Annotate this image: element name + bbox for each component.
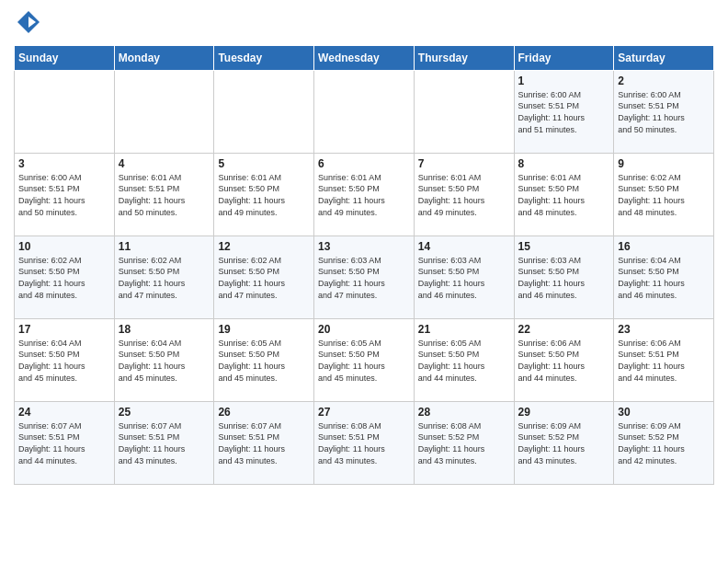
calendar-cell [414, 70, 514, 153]
day-info: Sunrise: 6:03 AMSunset: 5:50 PMDaylight:… [318, 255, 410, 301]
day-info: Sunrise: 6:03 AMSunset: 5:50 PMDaylight:… [518, 255, 610, 301]
calendar-cell: 8Sunrise: 6:01 AMSunset: 5:50 PMDaylight… [514, 153, 614, 236]
calendar-cell: 23Sunrise: 6:06 AMSunset: 5:51 PMDayligh… [614, 318, 714, 401]
day-info: Sunrise: 6:07 AMSunset: 5:51 PMDaylight:… [119, 420, 210, 466]
calendar-cell: 16Sunrise: 6:04 AMSunset: 5:50 PMDayligh… [614, 236, 714, 318]
day-number: 19 [218, 323, 310, 336]
day-number: 6 [318, 157, 410, 170]
calendar-body: 1Sunrise: 6:00 AMSunset: 5:51 PMDaylight… [15, 70, 714, 484]
calendar-cell: 25Sunrise: 6:07 AMSunset: 5:51 PMDayligh… [114, 401, 214, 484]
calendar-cell: 7Sunrise: 6:01 AMSunset: 5:50 PMDaylight… [414, 153, 514, 236]
calendar-cell: 28Sunrise: 6:08 AMSunset: 5:52 PMDayligh… [414, 401, 514, 484]
day-number: 30 [618, 406, 710, 419]
day-info: Sunrise: 6:00 AMSunset: 5:51 PMDaylight:… [518, 89, 610, 135]
day-number: 28 [418, 406, 510, 419]
day-info: Sunrise: 6:09 AMSunset: 5:52 PMDaylight:… [518, 420, 610, 466]
day-info: Sunrise: 6:07 AMSunset: 5:51 PMDaylight:… [18, 420, 110, 466]
day-info: Sunrise: 6:05 AMSunset: 5:50 PMDaylight:… [418, 338, 510, 384]
day-number: 27 [318, 406, 410, 419]
day-number: 26 [218, 406, 310, 419]
day-info: Sunrise: 6:00 AMSunset: 5:51 PMDaylight:… [618, 89, 710, 135]
logo-icon [16, 9, 41, 35]
calendar-header: SundayMondayTuesdayWednesdayThursdayFrid… [15, 45, 714, 70]
day-number: 14 [418, 240, 510, 253]
calendar-week-row: 1Sunrise: 6:00 AMSunset: 5:51 PMDaylight… [15, 70, 714, 153]
day-info: Sunrise: 6:02 AMSunset: 5:50 PMDaylight:… [618, 172, 710, 218]
calendar-cell: 19Sunrise: 6:05 AMSunset: 5:50 PMDayligh… [214, 318, 314, 401]
day-number: 29 [518, 406, 610, 419]
calendar-week-row: 24Sunrise: 6:07 AMSunset: 5:51 PMDayligh… [15, 401, 714, 484]
day-of-week-header: Saturday [614, 45, 714, 70]
day-info: Sunrise: 6:04 AMSunset: 5:50 PMDaylight:… [119, 338, 210, 384]
header [14, 9, 714, 40]
day-info: Sunrise: 6:01 AMSunset: 5:51 PMDaylight:… [119, 172, 210, 218]
day-info: Sunrise: 6:05 AMSunset: 5:50 PMDaylight:… [218, 338, 310, 384]
day-of-week-header: Monday [114, 45, 214, 70]
logo-text [14, 9, 41, 40]
day-number: 12 [218, 240, 310, 253]
logo [14, 9, 41, 40]
day-info: Sunrise: 6:03 AMSunset: 5:50 PMDaylight:… [418, 255, 510, 301]
calendar-cell: 21Sunrise: 6:05 AMSunset: 5:50 PMDayligh… [414, 318, 514, 401]
day-number: 10 [18, 240, 110, 253]
day-info: Sunrise: 6:02 AMSunset: 5:50 PMDaylight:… [18, 255, 110, 301]
calendar-cell: 27Sunrise: 6:08 AMSunset: 5:51 PMDayligh… [314, 401, 415, 484]
header-row: SundayMondayTuesdayWednesdayThursdayFrid… [15, 45, 714, 70]
day-info: Sunrise: 6:09 AMSunset: 5:52 PMDaylight:… [618, 420, 710, 466]
day-number: 18 [119, 323, 210, 336]
day-number: 21 [418, 323, 510, 336]
day-number: 8 [518, 157, 610, 170]
day-number: 1 [518, 75, 610, 87]
day-info: Sunrise: 6:01 AMSunset: 5:50 PMDaylight:… [418, 172, 510, 218]
calendar-cell: 4Sunrise: 6:01 AMSunset: 5:51 PMDaylight… [114, 153, 214, 236]
calendar-cell: 14Sunrise: 6:03 AMSunset: 5:50 PMDayligh… [414, 236, 514, 318]
day-number: 20 [318, 323, 410, 336]
calendar-cell: 24Sunrise: 6:07 AMSunset: 5:51 PMDayligh… [15, 401, 115, 484]
day-info: Sunrise: 6:07 AMSunset: 5:51 PMDaylight:… [218, 420, 310, 466]
day-info: Sunrise: 6:04 AMSunset: 5:50 PMDaylight:… [618, 255, 710, 301]
calendar-week-row: 17Sunrise: 6:04 AMSunset: 5:50 PMDayligh… [15, 318, 714, 401]
calendar-cell [114, 70, 214, 153]
day-of-week-header: Sunday [15, 45, 115, 70]
day-of-week-header: Tuesday [214, 45, 314, 70]
day-info: Sunrise: 6:01 AMSunset: 5:50 PMDaylight:… [218, 172, 310, 218]
calendar-cell: 17Sunrise: 6:04 AMSunset: 5:50 PMDayligh… [15, 318, 115, 401]
day-number: 24 [18, 406, 110, 419]
calendar-cell: 11Sunrise: 6:02 AMSunset: 5:50 PMDayligh… [114, 236, 214, 318]
day-info: Sunrise: 6:01 AMSunset: 5:50 PMDaylight:… [318, 172, 410, 218]
calendar-cell: 12Sunrise: 6:02 AMSunset: 5:50 PMDayligh… [214, 236, 314, 318]
calendar-cell: 6Sunrise: 6:01 AMSunset: 5:50 PMDaylight… [314, 153, 415, 236]
day-number: 4 [119, 157, 210, 170]
day-info: Sunrise: 6:02 AMSunset: 5:50 PMDaylight:… [218, 255, 310, 301]
day-number: 23 [618, 323, 710, 336]
calendar-cell: 20Sunrise: 6:05 AMSunset: 5:50 PMDayligh… [314, 318, 415, 401]
calendar-cell [314, 70, 415, 153]
day-info: Sunrise: 6:08 AMSunset: 5:51 PMDaylight:… [318, 420, 410, 466]
calendar-cell [214, 70, 314, 153]
calendar-cell: 26Sunrise: 6:07 AMSunset: 5:51 PMDayligh… [214, 401, 314, 484]
day-info: Sunrise: 6:05 AMSunset: 5:50 PMDaylight:… [318, 338, 410, 384]
calendar-table: SundayMondayTuesdayWednesdayThursdayFrid… [14, 45, 714, 485]
day-number: 7 [418, 157, 510, 170]
day-number: 13 [318, 240, 410, 253]
calendar-cell: 30Sunrise: 6:09 AMSunset: 5:52 PMDayligh… [614, 401, 714, 484]
calendar-cell: 13Sunrise: 6:03 AMSunset: 5:50 PMDayligh… [314, 236, 415, 318]
calendar-cell: 10Sunrise: 6:02 AMSunset: 5:50 PMDayligh… [15, 236, 115, 318]
day-number: 3 [18, 157, 110, 170]
calendar-cell: 29Sunrise: 6:09 AMSunset: 5:52 PMDayligh… [514, 401, 614, 484]
calendar-cell: 3Sunrise: 6:00 AMSunset: 5:51 PMDaylight… [15, 153, 115, 236]
day-number: 17 [18, 323, 110, 336]
day-of-week-header: Wednesday [314, 45, 415, 70]
calendar-cell [15, 70, 115, 153]
day-of-week-header: Thursday [414, 45, 514, 70]
calendar-cell: 22Sunrise: 6:06 AMSunset: 5:50 PMDayligh… [514, 318, 614, 401]
calendar-cell: 9Sunrise: 6:02 AMSunset: 5:50 PMDaylight… [614, 153, 714, 236]
day-info: Sunrise: 6:06 AMSunset: 5:51 PMDaylight:… [618, 338, 710, 384]
calendar-cell: 2Sunrise: 6:00 AMSunset: 5:51 PMDaylight… [614, 70, 714, 153]
calendar-cell: 1Sunrise: 6:00 AMSunset: 5:51 PMDaylight… [514, 70, 614, 153]
calendar-cell: 5Sunrise: 6:01 AMSunset: 5:50 PMDaylight… [214, 153, 314, 236]
day-number: 11 [119, 240, 210, 253]
day-number: 25 [119, 406, 210, 419]
day-info: Sunrise: 6:01 AMSunset: 5:50 PMDaylight:… [518, 172, 610, 218]
calendar-week-row: 10Sunrise: 6:02 AMSunset: 5:50 PMDayligh… [15, 236, 714, 318]
